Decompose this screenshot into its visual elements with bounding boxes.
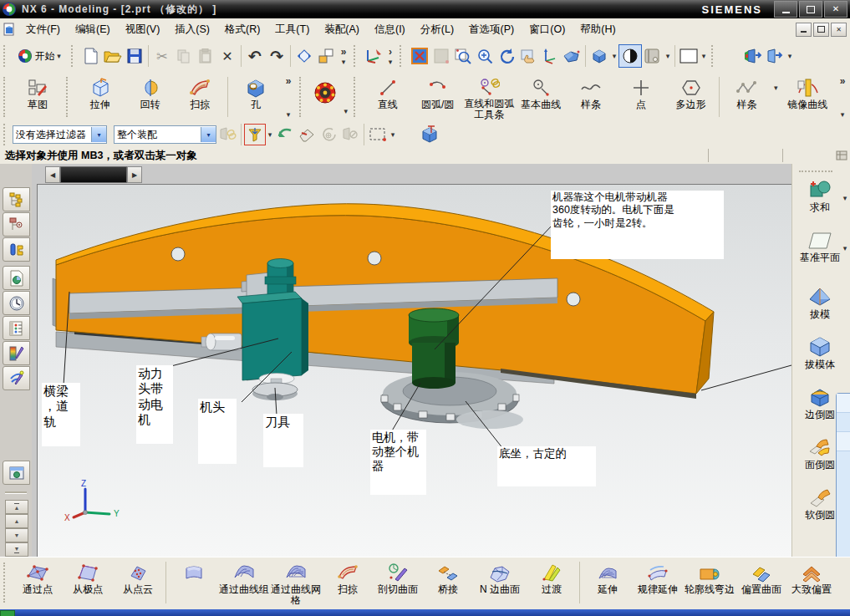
menu-assemblies[interactable]: 装配(A) [317, 23, 367, 37]
overflow-chevrons[interactable]: » [286, 75, 292, 87]
mirror-curve-button[interactable]: 镜像曲线 [780, 74, 835, 120]
zoom-in-out-button[interactable] [474, 45, 496, 67]
toolbar-grip[interactable] [71, 45, 77, 67]
paste-button[interactable] [195, 45, 216, 67]
toolbar-grip[interactable] [66, 77, 72, 117]
open-file-button[interactable] [102, 45, 124, 67]
menu-tools[interactable]: 工具(T) [267, 23, 317, 37]
toolbar-overflow[interactable]: » ▾ [337, 45, 350, 67]
line-arc-toolbar-button[interactable]: 直线和圆弧工具条 [462, 74, 516, 120]
through-curve-mesh-btn-group[interactable]: 通过曲线组 [219, 559, 269, 595]
doc-minimize-button[interactable] [796, 23, 812, 37]
note-power-head[interactable]: 动力 头带 动电 机 [136, 365, 173, 444]
move-object-button[interactable] [764, 45, 786, 67]
section-surface-button[interactable]: 剖切曲面 [373, 559, 423, 595]
menu-preferences[interactable]: 首选项(P) [461, 23, 522, 37]
resource-scroll-down[interactable]: ▼ [5, 528, 28, 542]
tab-palette[interactable] [3, 316, 30, 340]
rotate-view-button[interactable] [496, 45, 517, 67]
scrollbar-track[interactable] [60, 166, 127, 183]
show-hide-button[interactable] [742, 45, 764, 67]
background-swatch-button[interactable] [678, 45, 700, 67]
undo-selection-button[interactable] [274, 124, 296, 145]
revolve-button[interactable]: 回转 [125, 74, 176, 120]
selection-scope-select[interactable]: 整个装配 ▾ [114, 125, 216, 144]
scope-dropdown-arrow[interactable]: ▾ [201, 127, 216, 142]
vector-constructor-button[interactable] [363, 45, 384, 67]
layer-settings-button[interactable] [642, 45, 664, 67]
toolbar-overflow[interactable]: › ▾ [384, 45, 396, 67]
perspective-button[interactable] [561, 45, 583, 67]
menu-edit[interactable]: 编辑(E) [68, 23, 118, 37]
bridge-button[interactable]: 桥接 [423, 559, 473, 595]
layer-dropdown-arrow[interactable]: ▾ [664, 52, 672, 60]
undo-button[interactable]: ↶ [244, 45, 266, 67]
interpart-link-button[interactable] [216, 124, 238, 145]
note-cross-beam[interactable]: 横梁 ，道 轨 [42, 383, 80, 446]
delete-button[interactable]: ✕ [216, 45, 238, 67]
overflow-dropdown-arrow[interactable]: ▾ [386, 58, 394, 66]
copy-button[interactable] [173, 45, 195, 67]
scroll-left-button[interactable]: ◀ [45, 166, 60, 183]
tab-constraint-navigator[interactable] [3, 212, 30, 237]
swatch-dropdown-arrow[interactable]: ▾ [700, 52, 708, 60]
unite-button[interactable]: 求和 [796, 179, 844, 213]
through-points-button[interactable]: 通过点 [13, 559, 63, 595]
tab-roles[interactable] [3, 341, 30, 365]
toolbar-overflow[interactable]: » ▾ [835, 72, 850, 122]
menu-analysis[interactable]: 分析(L) [413, 23, 461, 37]
law-extension-button[interactable]: 规律延伸 [633, 559, 683, 595]
new-file-button[interactable] [80, 45, 102, 67]
overflow-dropdown-arrow[interactable]: ▾ [284, 110, 293, 119]
resource-scroll-bottom[interactable]: ▼ [5, 542, 28, 557]
tab-system-materials[interactable] [3, 366, 30, 390]
sketch-button[interactable]: 草图 [13, 74, 63, 120]
menu-window[interactable]: 窗口(O) [522, 23, 573, 37]
overflow-chevrons[interactable]: » [840, 75, 846, 87]
start-dropdown-arrow[interactable]: ▾ [55, 52, 64, 60]
pan-view-button[interactable] [517, 45, 539, 67]
refresh-view-button[interactable] [293, 45, 315, 67]
rotate-point-button[interactable] [318, 124, 339, 145]
redo-button[interactable]: ↷ [266, 45, 288, 67]
minimize-button[interactable] [774, 1, 797, 18]
prompt-bar-handle-icon[interactable] [833, 149, 850, 162]
doc-restore-button[interactable] [813, 23, 829, 37]
resource-scroll-up[interactable]: ▲ [5, 514, 28, 528]
overflow-dropdown-arrow[interactable]: ▾ [838, 110, 847, 119]
eraser-button[interactable] [296, 124, 318, 145]
view-dropdown-arrow[interactable]: ▾ [610, 52, 618, 60]
menu-help[interactable]: 帮助(H) [573, 23, 623, 37]
note-base[interactable]: 底坐，古定的 [497, 446, 596, 486]
selection-filter-select[interactable]: 没有选择过滤器 ▾ [13, 125, 107, 144]
tab-web-browser[interactable] [3, 461, 30, 485]
tab-reuse-library[interactable] [3, 266, 30, 290]
draft-button[interactable]: 拔模 [796, 286, 844, 320]
save-button[interactable] [124, 45, 145, 67]
menu-insert[interactable]: 插入(S) [167, 23, 217, 37]
unite-dropdown-arrow[interactable]: ▾ [841, 194, 849, 202]
swept-button[interactable]: 扫掠 [323, 559, 373, 595]
close-button[interactable]: ✕ [824, 1, 847, 18]
shaded-display-button[interactable] [618, 44, 642, 68]
n-sided-surface-button[interactable]: N 边曲面 [473, 559, 527, 595]
note-cutter[interactable]: 刀具 [263, 414, 303, 467]
datum-dropdown-arrow[interactable]: ▾ [841, 244, 849, 252]
sweep-button[interactable]: 扫掠 [175, 74, 225, 120]
docked-panel-sliver[interactable] [836, 393, 850, 563]
filter-dropdown-arrow[interactable]: ▾ [91, 127, 106, 142]
toolbar-overflow[interactable]: » ▾ [281, 72, 296, 122]
gear-toolbar-button[interactable] [308, 74, 342, 120]
tab-part-navigator[interactable] [3, 237, 30, 262]
orient-view-button[interactable] [539, 45, 561, 67]
toolbar-grip[interactable] [711, 45, 717, 67]
ruled-button[interactable] [169, 559, 219, 584]
toolbar-grip[interactable] [3, 563, 9, 603]
polygon-button[interactable]: 多边形 [666, 74, 716, 120]
toolbar-grip[interactable] [3, 124, 9, 145]
zoom-button[interactable] [452, 45, 474, 67]
tab-history[interactable] [3, 291, 30, 315]
cut-button[interactable]: ✂ [151, 45, 173, 67]
taskbar-start-sliver[interactable] [0, 610, 15, 616]
doc-close-button[interactable]: ✕ [831, 23, 847, 37]
